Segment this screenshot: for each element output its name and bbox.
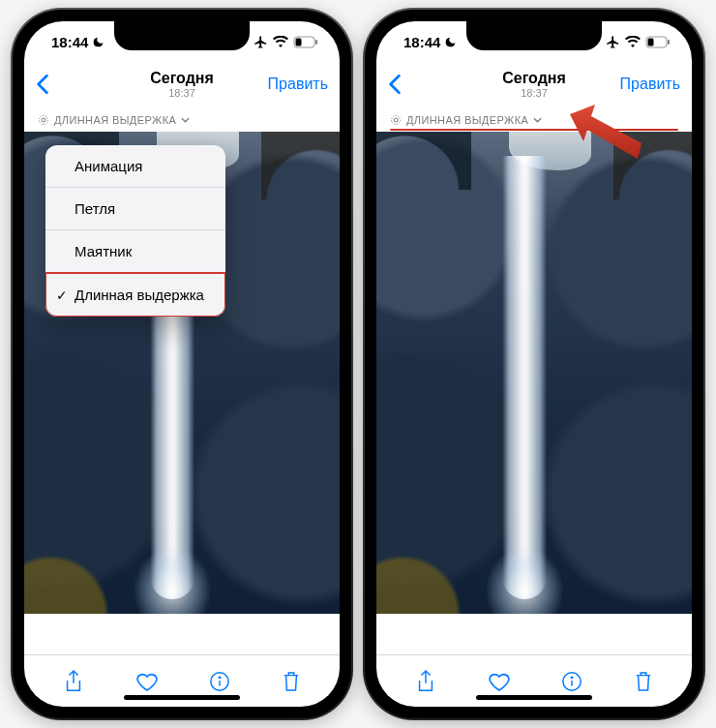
effect-selector[interactable]: ДЛИННАЯ ВЫДЕРЖКА (24, 106, 340, 132)
airplane-icon (606, 35, 620, 49)
effect-label: ДЛИННАЯ ВЫДЕРЖКА (54, 114, 176, 126)
phone-right: 18:44 Сегодня 18:37 Править ДЛИННАЯ ВЫДЕ… (365, 10, 703, 718)
annotation-underline (390, 129, 678, 131)
svg-rect-10 (668, 40, 670, 45)
effect-dropdown: Анимация Петля Маятник ✓ Длинная выдержк… (45, 145, 225, 317)
heart-icon[interactable] (135, 671, 159, 692)
photo-bottom-gap (376, 614, 692, 654)
photo-preview[interactable] (376, 132, 692, 614)
nav-bar: Сегодня 18:37 Править (24, 62, 340, 106)
edit-button[interactable]: Править (268, 76, 328, 93)
svg-point-3 (42, 118, 45, 122)
home-indicator[interactable] (476, 695, 592, 700)
effect-selector[interactable]: ДЛИННАЯ ВЫДЕРЖКА (376, 106, 692, 132)
airplane-icon (254, 35, 268, 49)
dropdown-item-loop[interactable]: Петля (45, 188, 225, 230)
check-icon: ✓ (56, 288, 68, 303)
screen: 18:44 Сегодня 18:37 Править ДЛИННАЯ ВЫДЕ… (24, 21, 340, 707)
svg-point-7 (220, 677, 221, 678)
screen: 18:44 Сегодня 18:37 Править ДЛИННАЯ ВЫДЕ… (376, 21, 692, 707)
live-photo-icon (38, 114, 49, 126)
status-time: 18:44 (51, 34, 88, 50)
svg-point-16 (572, 677, 573, 678)
notch (114, 21, 250, 50)
nav-bar: Сегодня 18:37 Править (376, 62, 692, 106)
live-photo-icon (390, 114, 402, 126)
chevron-down-icon (181, 117, 190, 123)
dropdown-item-bounce[interactable]: Маятник (45, 230, 225, 273)
wifi-icon (625, 36, 641, 47)
dropdown-item-animation[interactable]: Анимация (45, 145, 225, 188)
battery-icon (645, 36, 671, 48)
photo-bottom-gap (24, 614, 340, 654)
phone-left: 18:44 Сегодня 18:37 Править ДЛИННАЯ ВЫДЕ… (13, 10, 351, 718)
back-button[interactable] (36, 74, 49, 95)
home-indicator[interactable] (124, 695, 240, 700)
share-icon[interactable] (63, 669, 84, 694)
edit-button[interactable]: Править (620, 76, 680, 93)
trash-icon[interactable] (634, 670, 653, 693)
back-button[interactable] (388, 74, 402, 95)
status-time: 18:44 (403, 34, 440, 50)
notch (466, 21, 602, 50)
svg-rect-1 (296, 38, 302, 46)
heart-icon[interactable] (488, 671, 511, 692)
dropdown-item-long-exposure[interactable]: ✓ Длинная выдержка (45, 272, 225, 317)
info-icon[interactable] (561, 671, 582, 692)
moon-icon (92, 36, 104, 48)
moon-icon (444, 36, 457, 48)
svg-point-11 (394, 118, 398, 122)
chevron-down-icon (533, 117, 542, 123)
wifi-icon (273, 36, 288, 47)
svg-point-12 (392, 116, 401, 125)
trash-icon[interactable] (282, 670, 301, 693)
svg-rect-2 (315, 40, 317, 45)
share-icon[interactable] (415, 669, 436, 694)
info-icon[interactable] (209, 671, 230, 692)
svg-rect-9 (648, 38, 654, 46)
effect-label: ДЛИННАЯ ВЫДЕРЖКА (406, 114, 528, 126)
battery-icon (293, 36, 318, 48)
chevron-left-icon (388, 74, 402, 95)
svg-point-4 (40, 116, 48, 125)
chevron-left-icon (36, 74, 49, 95)
